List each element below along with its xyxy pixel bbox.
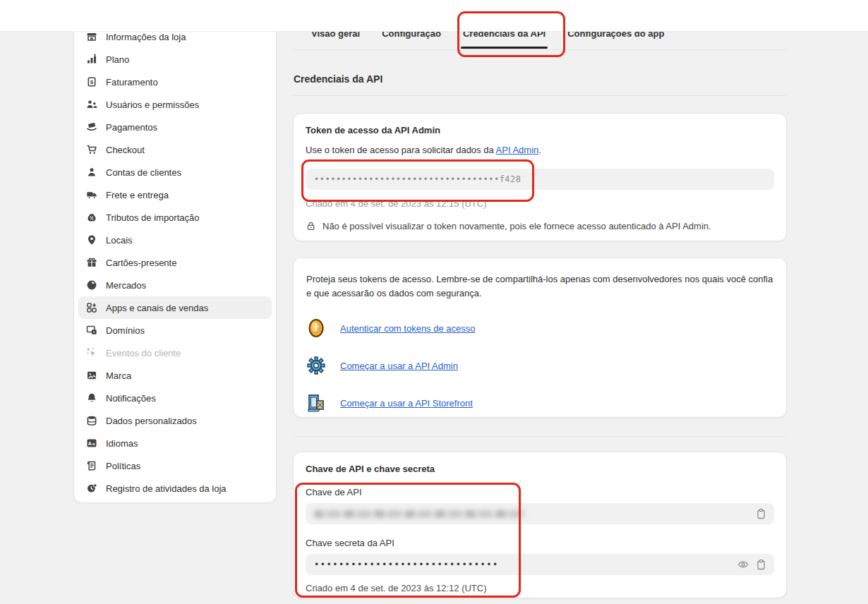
- users-icon: [85, 99, 97, 111]
- sidebar-item-label: Frete e entrega: [106, 190, 169, 200]
- settings-sidebar: Informações da loja Plano $ Faturamento …: [73, 18, 277, 503]
- brand-image-icon: [85, 370, 97, 382]
- markets-globe-icon: $: [85, 279, 97, 291]
- store-icon: [85, 31, 97, 43]
- custom-data-icon: [85, 415, 97, 427]
- doc-link-row: Autenticar com tokens de acesso: [306, 318, 773, 338]
- sidebar-item-label: Mercados: [106, 280, 146, 291]
- sidebar-item-marca[interactable]: Marca: [78, 364, 272, 387]
- svg-text:$: $: [90, 79, 93, 85]
- admin-token-field[interactable]: ••••••••••••••••••••••••••••••••••f428: [306, 169, 774, 190]
- admin-token-masked-value: ••••••••••••••••••••••••••••••••••f428: [314, 174, 522, 184]
- storefront-icon: [306, 393, 325, 413]
- token-created-timestamp: Criado em 4 de set. de 2023 às 12:15 (UT…: [306, 198, 774, 209]
- sidebar-item-label: Apps e canais de vendas: [106, 303, 208, 313]
- api-key-secret-card: Chave de API e chave secreta Chave de AP…: [293, 452, 787, 598]
- secret-key-label: Chave secreta da API: [306, 538, 774, 548]
- sidebar-item-label: Dados personalizados: [106, 416, 197, 426]
- doc-link-row: Começar a usar a API Admin: [306, 356, 773, 375]
- reveal-secret-eye-icon[interactable]: [737, 559, 749, 570]
- domains-icon: [85, 325, 97, 337]
- api-key-label: Chave de API: [306, 487, 774, 497]
- payments-icon: [85, 121, 97, 133]
- sidebar-item-usuarios-e-permissoes[interactable]: Usuários e permissões: [78, 93, 272, 116]
- shipping-truck-icon: [85, 189, 97, 201]
- sidebar-item-plano[interactable]: Plano: [78, 48, 272, 71]
- sidebar-item-apps-e-canais-de-vendas[interactable]: Apps e canais de vendas: [78, 296, 272, 319]
- customer-accounts-icon: [85, 167, 97, 179]
- secret-key-masked-value: ••••••••••••••••••••••••••••••: [314, 560, 499, 569]
- sidebar-item-label: Domínios: [106, 325, 145, 336]
- secret-key-field[interactable]: ••••••••••••••••••••••••••••••: [306, 554, 774, 575]
- sidebar-item-label: Informações da loja: [106, 32, 186, 42]
- copy-secret-key-icon[interactable]: [755, 559, 766, 570]
- sidebar-item-label: Notificações: [106, 393, 156, 404]
- keys-created-timestamp: Criado em 4 de set. de 2023 às 12:12 (UT…: [306, 583, 774, 593]
- sidebar-item-cartoes-presente[interactable]: Cartões-presente: [78, 251, 272, 274]
- sidebar-item-label: Políticas: [106, 461, 140, 471]
- auth-tokens-link[interactable]: Autenticar com tokens de acesso: [340, 323, 476, 334]
- doc-link-row: Começar a usar a API Storefront: [306, 393, 773, 413]
- admin-token-card: Token de acesso da API Admin Use o token…: [293, 113, 787, 241]
- languages-icon: Aa: [85, 437, 97, 449]
- sidebar-item-locais[interactable]: Locais: [78, 229, 272, 251]
- admin-token-card-title: Token de acesso da API Admin: [306, 125, 774, 136]
- top-chrome-strip: [0, 0, 868, 32]
- sidebar-item-label: Contas de clientes: [106, 167, 181, 178]
- sidebar-item-tributos-de-importacao[interactable]: Tributos de importação: [78, 206, 272, 229]
- svg-text:$: $: [92, 284, 95, 290]
- page-title: Credenciais da API: [294, 73, 382, 85]
- admin-api-start-link[interactable]: Começar a usar a API Admin: [340, 361, 458, 371]
- admin-token-description: Use o token de acesso para solicitar dad…: [306, 143, 774, 157]
- heading-divider: [293, 95, 787, 96]
- lock-icon: [306, 221, 316, 234]
- policies-scroll-icon: [85, 460, 97, 472]
- sidebar-item-dominios[interactable]: Domínios: [78, 319, 272, 342]
- sidebar-item-eventos-do-cliente[interactable]: Eventos do cliente: [78, 342, 272, 364]
- sidebar-item-mercados[interactable]: $ Mercados: [78, 274, 272, 296]
- sidebar-item-label: Marca: [106, 370, 131, 381]
- api-key-card-title: Chave de API e chave secreta: [306, 464, 774, 475]
- sidebar-item-frete-e-entrega[interactable]: Frete e entrega: [78, 183, 272, 206]
- copy-api-key-icon[interactable]: [755, 508, 766, 519]
- gear-icon: [306, 356, 325, 375]
- sidebar-item-label: Cartões-presente: [106, 258, 176, 268]
- protect-tokens-text: Proteja seus tokens de acesso. Lembre-se…: [306, 272, 773, 301]
- apps-grid-icon: [85, 302, 97, 314]
- sidebar-item-label: Locais: [106, 235, 133, 246]
- locations-pin-icon: [85, 234, 97, 246]
- sidebar-item-label: Usuários e permissões: [106, 99, 199, 110]
- sidebar-item-faturamento[interactable]: $ Faturamento: [78, 71, 272, 93]
- gift-card-icon: [85, 257, 97, 269]
- sidebar-item-label: Checkout: [106, 145, 145, 155]
- import-taxes-icon: [85, 212, 97, 224]
- sidebar-item-idiomas[interactable]: Aa Idiomas: [78, 432, 272, 454]
- sidebar-item-registro-de-atividades[interactable]: Registro de atividades da loja: [78, 477, 272, 500]
- customer-events-icon: [85, 347, 97, 359]
- coin-icon: [306, 318, 325, 338]
- sidebar-item-checkout[interactable]: Checkout: [78, 138, 272, 161]
- sidebar-item-contas-de-clientes[interactable]: Contas de clientes: [78, 161, 272, 183]
- sidebar-item-pagamentos[interactable]: Pagamentos: [78, 116, 272, 138]
- svg-text:A: A: [88, 441, 91, 446]
- storefront-api-start-link[interactable]: Começar a usar a API Storefront: [340, 398, 473, 409]
- sidebar-item-label: Eventos do cliente: [106, 348, 181, 358]
- sidebar-item-notificacoes[interactable]: Notificações: [78, 387, 272, 409]
- sidebar-item-dados-personalizados[interactable]: Dados personalizados: [78, 409, 272, 432]
- api-key-field[interactable]: [306, 503, 774, 524]
- sidebar-item-label: Pagamentos: [106, 122, 157, 133]
- sidebar-item-label: Plano: [106, 54, 129, 65]
- tabs-divider: [293, 49, 787, 50]
- sidebar-item-label: Idiomas: [106, 438, 138, 449]
- activity-log-clock-icon: [85, 483, 97, 495]
- sidebar-item-label: Faturamento: [106, 77, 158, 87]
- protect-tokens-card: Proteja seus tokens de acesso. Lembre-se…: [293, 258, 787, 418]
- sidebar-item-politicas[interactable]: Políticas: [78, 454, 272, 477]
- api-admin-link[interactable]: API Admin: [496, 145, 539, 155]
- token-lock-note: Não é possível visualizar o token novame…: [323, 221, 711, 232]
- notifications-bell-icon: [85, 392, 97, 404]
- sidebar-item-label: Registro de atividades da loja: [106, 483, 227, 494]
- token-lock-note-row: Não é possível visualizar o token novame…: [306, 221, 774, 234]
- sidebar-item-label: Tributos de importação: [106, 212, 199, 223]
- plan-icon: [85, 54, 97, 66]
